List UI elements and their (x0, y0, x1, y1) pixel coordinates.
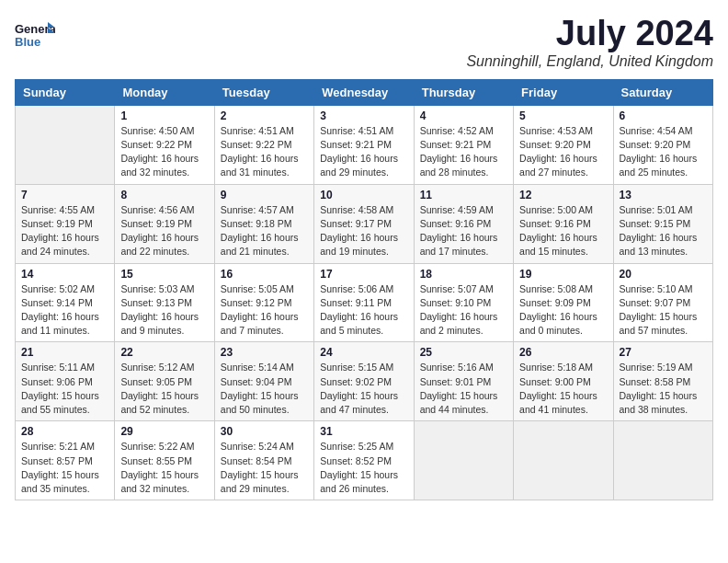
day-number: 27 (620, 346, 707, 359)
calendar-cell: 4Sunrise: 4:52 AM Sunset: 9:21 PM Daylig… (414, 105, 513, 184)
day-info: Sunrise: 4:52 AM Sunset: 9:21 PM Dayligh… (420, 124, 507, 180)
day-info: Sunrise: 5:01 AM Sunset: 9:15 PM Dayligh… (620, 203, 707, 259)
calendar-cell: 1Sunrise: 4:50 AM Sunset: 9:22 PM Daylig… (115, 105, 214, 184)
day-number: 10 (320, 189, 407, 201)
calendar-cell: 6Sunrise: 4:54 AM Sunset: 9:20 PM Daylig… (613, 105, 712, 184)
day-number: 15 (120, 268, 208, 281)
calendar-week-row: 14Sunrise: 5:02 AM Sunset: 9:14 PM Dayli… (16, 263, 713, 342)
day-info: Sunrise: 5:25 AM Sunset: 8:52 PM Dayligh… (320, 440, 407, 496)
day-number: 9 (221, 189, 308, 201)
calendar-cell: 17Sunrise: 5:06 AM Sunset: 9:11 PM Dayli… (314, 263, 414, 342)
day-info: Sunrise: 5:02 AM Sunset: 9:14 PM Dayligh… (21, 282, 108, 339)
column-header-friday: Friday (514, 79, 613, 105)
calendar-cell: 30Sunrise: 5:24 AM Sunset: 8:54 PM Dayli… (214, 421, 313, 500)
day-info: Sunrise: 5:16 AM Sunset: 9:01 PM Dayligh… (420, 361, 507, 417)
calendar-cell: 20Sunrise: 5:10 AM Sunset: 9:07 PM Dayli… (613, 263, 712, 342)
column-header-tuesday: Tuesday (214, 79, 313, 105)
column-header-thursday: Thursday (414, 79, 513, 105)
month-title: July 2024 (466, 15, 713, 53)
day-info: Sunrise: 4:58 AM Sunset: 9:17 PM Dayligh… (320, 203, 407, 259)
calendar-cell: 14Sunrise: 5:02 AM Sunset: 9:14 PM Dayli… (16, 263, 115, 342)
day-info: Sunrise: 5:18 AM Sunset: 9:00 PM Dayligh… (519, 361, 607, 417)
day-number: 11 (420, 189, 507, 201)
calendar-cell: 19Sunrise: 5:08 AM Sunset: 9:09 PM Dayli… (514, 263, 613, 342)
column-header-sunday: Sunday (16, 79, 115, 105)
calendar-header-row: SundayMondayTuesdayWednesdayThursdayFrid… (16, 79, 713, 105)
calendar-cell: 7Sunrise: 4:55 AM Sunset: 9:19 PM Daylig… (16, 184, 115, 263)
day-number: 18 (420, 268, 507, 281)
day-number: 16 (221, 268, 308, 281)
day-number: 5 (519, 109, 607, 122)
title-area: July 2024 Sunninghill, England, United K… (466, 15, 713, 70)
calendar-week-row: 28Sunrise: 5:21 AM Sunset: 8:57 PM Dayli… (16, 421, 713, 500)
day-info: Sunrise: 4:50 AM Sunset: 9:22 PM Dayligh… (120, 124, 208, 180)
day-number: 2 (221, 109, 308, 122)
day-number: 31 (320, 425, 407, 438)
calendar-cell: 31Sunrise: 5:25 AM Sunset: 8:52 PM Dayli… (314, 421, 414, 500)
day-info: Sunrise: 5:22 AM Sunset: 8:55 PM Dayligh… (120, 440, 208, 496)
page-header: General Blue July 2024 Sunninghill, Engl… (15, 15, 713, 70)
day-info: Sunrise: 5:06 AM Sunset: 9:11 PM Dayligh… (320, 282, 407, 339)
calendar-cell: 2Sunrise: 4:51 AM Sunset: 9:22 PM Daylig… (214, 105, 313, 184)
day-number: 14 (21, 268, 108, 281)
column-header-saturday: Saturday (613, 79, 712, 105)
calendar-cell (514, 421, 613, 500)
day-info: Sunrise: 5:14 AM Sunset: 9:04 PM Dayligh… (221, 361, 308, 417)
calendar-cell: 28Sunrise: 5:21 AM Sunset: 8:57 PM Dayli… (16, 421, 115, 500)
calendar-cell: 21Sunrise: 5:11 AM Sunset: 9:06 PM Dayli… (16, 342, 115, 421)
day-info: Sunrise: 5:21 AM Sunset: 8:57 PM Dayligh… (21, 440, 108, 496)
calendar-cell: 10Sunrise: 4:58 AM Sunset: 9:17 PM Dayli… (314, 184, 414, 263)
day-number: 6 (620, 109, 707, 122)
day-info: Sunrise: 5:11 AM Sunset: 9:06 PM Dayligh… (21, 361, 108, 417)
day-number: 19 (519, 268, 607, 281)
day-number: 25 (420, 346, 507, 359)
day-info: Sunrise: 4:59 AM Sunset: 9:16 PM Dayligh… (420, 203, 507, 259)
calendar-table: SundayMondayTuesdayWednesdayThursdayFrid… (15, 79, 713, 500)
day-info: Sunrise: 5:00 AM Sunset: 9:16 PM Dayligh… (519, 203, 607, 259)
calendar-cell: 9Sunrise: 4:57 AM Sunset: 9:18 PM Daylig… (214, 184, 313, 263)
day-number: 4 (420, 109, 507, 122)
day-number: 28 (21, 425, 108, 438)
column-header-monday: Monday (115, 79, 214, 105)
day-number: 3 (320, 109, 407, 122)
day-number: 21 (21, 346, 108, 359)
day-info: Sunrise: 5:03 AM Sunset: 9:13 PM Dayligh… (120, 282, 208, 339)
day-number: 29 (120, 425, 208, 438)
day-number: 26 (519, 346, 607, 359)
day-info: Sunrise: 5:07 AM Sunset: 9:10 PM Dayligh… (420, 282, 507, 339)
day-number: 17 (320, 268, 407, 281)
calendar-cell: 12Sunrise: 5:00 AM Sunset: 9:16 PM Dayli… (514, 184, 613, 263)
calendar-week-row: 7Sunrise: 4:55 AM Sunset: 9:19 PM Daylig… (16, 184, 713, 263)
day-number: 23 (221, 346, 308, 359)
day-number: 1 (120, 109, 208, 122)
calendar-cell: 26Sunrise: 5:18 AM Sunset: 9:00 PM Dayli… (514, 342, 613, 421)
calendar-cell (16, 105, 115, 184)
day-info: Sunrise: 4:56 AM Sunset: 9:19 PM Dayligh… (120, 203, 208, 259)
calendar-week-row: 21Sunrise: 5:11 AM Sunset: 9:06 PM Dayli… (16, 342, 713, 421)
location: Sunninghill, England, United Kingdom (466, 53, 713, 70)
day-info: Sunrise: 5:24 AM Sunset: 8:54 PM Dayligh… (221, 440, 308, 496)
calendar-cell: 5Sunrise: 4:53 AM Sunset: 9:20 PM Daylig… (514, 105, 613, 184)
day-info: Sunrise: 5:15 AM Sunset: 9:02 PM Dayligh… (320, 361, 407, 417)
calendar-cell: 29Sunrise: 5:22 AM Sunset: 8:55 PM Dayli… (115, 421, 214, 500)
calendar-cell: 3Sunrise: 4:51 AM Sunset: 9:21 PM Daylig… (314, 105, 414, 184)
calendar-cell: 18Sunrise: 5:07 AM Sunset: 9:10 PM Dayli… (414, 263, 513, 342)
day-info: Sunrise: 4:54 AM Sunset: 9:20 PM Dayligh… (620, 124, 707, 180)
calendar-cell: 15Sunrise: 5:03 AM Sunset: 9:13 PM Dayli… (115, 263, 214, 342)
column-header-wednesday: Wednesday (314, 79, 414, 105)
calendar-week-row: 1Sunrise: 4:50 AM Sunset: 9:22 PM Daylig… (16, 105, 713, 184)
calendar-cell: 8Sunrise: 4:56 AM Sunset: 9:19 PM Daylig… (115, 184, 214, 263)
calendar-cell: 23Sunrise: 5:14 AM Sunset: 9:04 PM Dayli… (214, 342, 313, 421)
day-info: Sunrise: 5:10 AM Sunset: 9:07 PM Dayligh… (620, 282, 707, 339)
calendar-cell: 27Sunrise: 5:19 AM Sunset: 8:58 PM Dayli… (613, 342, 712, 421)
calendar-cell: 25Sunrise: 5:16 AM Sunset: 9:01 PM Dayli… (414, 342, 513, 421)
calendar-cell: 16Sunrise: 5:05 AM Sunset: 9:12 PM Dayli… (214, 263, 313, 342)
calendar-cell: 13Sunrise: 5:01 AM Sunset: 9:15 PM Dayli… (613, 184, 712, 263)
day-number: 7 (21, 189, 108, 201)
calendar-cell (613, 421, 712, 500)
logo-icon: General Blue (15, 15, 55, 55)
calendar-cell: 24Sunrise: 5:15 AM Sunset: 9:02 PM Dayli… (314, 342, 414, 421)
svg-text:Blue: Blue (15, 35, 40, 49)
day-info: Sunrise: 5:08 AM Sunset: 9:09 PM Dayligh… (519, 282, 607, 339)
calendar-body: 1Sunrise: 4:50 AM Sunset: 9:22 PM Daylig… (16, 105, 713, 500)
